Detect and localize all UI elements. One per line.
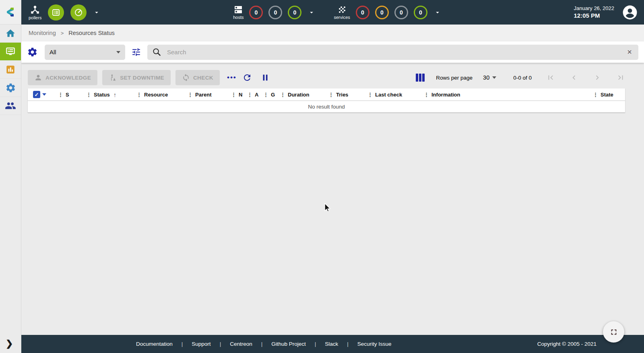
column-header-graph[interactable]: ⋮G (263, 92, 280, 98)
check-refresh-icon (182, 74, 190, 82)
drag-handle-icon[interactable]: ⋮ (424, 92, 429, 97)
pollers-chevron-down-icon[interactable] (93, 9, 100, 16)
footer-separator: | (315, 341, 316, 347)
sidebar-item-reporting[interactable] (0, 61, 21, 79)
drag-handle-icon[interactable]: ⋮ (136, 92, 142, 97)
fullscreen-button[interactable] (603, 321, 624, 343)
refresh-button[interactable] (242, 73, 252, 82)
sidebar-item-administration[interactable] (0, 97, 21, 115)
column-header-parent[interactable]: ⋮Parent (188, 92, 231, 98)
set-downtime-button[interactable]: SET DOWNTIME (102, 70, 171, 85)
column-label: Duration (288, 92, 309, 98)
services-unknown-counter[interactable]: 0 (394, 6, 408, 19)
hosts-ok-counter[interactable]: 0 (288, 6, 301, 19)
column-header-information[interactable]: ⋮Information (424, 92, 593, 98)
user-menu-button[interactable] (622, 5, 638, 20)
gauge-icon (74, 8, 83, 17)
footer-link-documentation[interactable]: Documentation (136, 341, 173, 347)
sort-ascending-icon[interactable]: ↑ (114, 91, 117, 98)
hosts-icon (233, 5, 243, 14)
sidebar-item-monitoring[interactable] (0, 43, 21, 61)
next-page-button[interactable] (593, 73, 602, 82)
select-options-caret-icon[interactable] (42, 93, 46, 96)
column-label: Information (431, 92, 460, 98)
last-page-button[interactable] (616, 73, 625, 82)
clear-search-icon[interactable]: × (625, 47, 634, 57)
downtime-worker-icon (109, 74, 117, 82)
column-header-action[interactable]: ⋮A (247, 92, 263, 98)
set-downtime-label: SET DOWNTIME (120, 75, 164, 81)
acknowledge-button[interactable]: ACKNOWLEDGE (28, 70, 97, 85)
sidebar-item-home[interactable] (0, 25, 21, 43)
column-header-tries[interactable]: ⋮Tries (328, 92, 367, 98)
services-menu[interactable]: services (334, 5, 350, 20)
centreon-logo[interactable] (0, 0, 21, 25)
user-avatar-icon (622, 5, 638, 20)
sidebar-item-configuration[interactable] (0, 79, 21, 97)
search-icon (152, 47, 161, 57)
drag-handle-icon[interactable]: ⋮ (328, 92, 334, 97)
filter-settings-button[interactable] (27, 47, 38, 57)
column-label: Last check (375, 92, 402, 98)
column-label: Parent (195, 92, 211, 98)
bar-chart-icon (5, 64, 16, 75)
services-warning-counter[interactable]: 0 (375, 6, 389, 19)
column-header-resource[interactable]: ⋮Resource (136, 92, 188, 98)
breadcrumb-resources-status[interactable]: Resources Status (68, 30, 114, 36)
column-header-status[interactable]: ⋮Status↑ (86, 91, 136, 98)
pollers-icon (30, 4, 40, 15)
hosts-critical-count: 0 (255, 9, 258, 16)
breadcrumb-monitoring[interactable]: Monitoring (29, 30, 56, 36)
drag-handle-icon[interactable]: ⋮ (280, 92, 285, 97)
pollers-menu[interactable]: pollers (29, 4, 41, 20)
advanced-filters-button[interactable] (131, 47, 141, 57)
column-header-state[interactable]: ⋮State (593, 92, 625, 98)
services-ok-counter[interactable]: 0 (414, 6, 427, 19)
search-input[interactable] (167, 49, 625, 55)
drag-handle-icon[interactable]: ⋮ (231, 92, 236, 97)
drag-handle-icon[interactable]: ⋮ (58, 92, 63, 97)
drag-handle-icon[interactable]: ⋮ (188, 92, 193, 97)
column-header-notes[interactable]: ⋮N (231, 92, 247, 98)
hosts-critical-counter[interactable]: 0 (249, 6, 263, 19)
pause-button[interactable] (261, 73, 270, 82)
poller-list-button[interactable] (48, 4, 64, 21)
column-header-severity[interactable]: ⋮S (58, 92, 86, 98)
footer-links: Documentation | Support | Centreon | Git… (136, 341, 392, 347)
footer-link-github-project[interactable]: Github Project (271, 341, 306, 347)
check-button[interactable]: CHECK (175, 70, 220, 85)
tune-icon (131, 47, 141, 57)
filter-select-caret-icon (116, 51, 120, 53)
hosts-chevron-down-icon[interactable] (308, 9, 315, 16)
drag-handle-icon[interactable]: ⋮ (86, 92, 91, 97)
hosts-menu[interactable]: hosts (233, 5, 244, 20)
filter-select[interactable]: All (45, 45, 125, 60)
sidebar-expand-chevron[interactable]: ❯ (6, 339, 13, 349)
poller-latency-button[interactable] (70, 4, 87, 21)
select-all-checkbox[interactable]: ✓ (33, 91, 40, 98)
drag-handle-icon[interactable]: ⋮ (263, 92, 268, 97)
drag-handle-icon[interactable]: ⋮ (367, 92, 373, 97)
more-actions-button[interactable]: ••• (227, 74, 237, 82)
footer-link-centreon[interactable]: Centreon (230, 341, 252, 347)
rows-per-page-select[interactable]: 30 (483, 74, 496, 81)
drag-handle-icon[interactable]: ⋮ (247, 92, 252, 97)
services-critical-counter[interactable]: 0 (356, 6, 369, 19)
edit-columns-button[interactable] (416, 74, 425, 82)
services-group: services 0 0 0 0 (334, 5, 441, 20)
footer-link-support[interactable]: Support (192, 341, 211, 347)
previous-page-button[interactable] (570, 73, 578, 82)
hosts-label: hosts (233, 15, 244, 20)
footer-link-slack[interactable]: Slack (325, 341, 338, 347)
sidebar: ❯ (0, 0, 21, 353)
services-critical-count: 0 (361, 9, 364, 16)
drag-handle-icon[interactable]: ⋮ (593, 92, 598, 97)
footer-link-security-issue[interactable]: Security Issue (357, 341, 392, 347)
first-page-button[interactable] (546, 73, 555, 82)
column-header-last-check[interactable]: ⋮Last check (367, 92, 424, 98)
column-header-duration[interactable]: ⋮Duration (280, 92, 328, 98)
filter-gear-icon (27, 47, 38, 57)
check-label: CHECK (193, 75, 213, 81)
services-chevron-down-icon[interactable] (434, 9, 441, 16)
hosts-unknown-counter[interactable]: 0 (268, 6, 282, 19)
